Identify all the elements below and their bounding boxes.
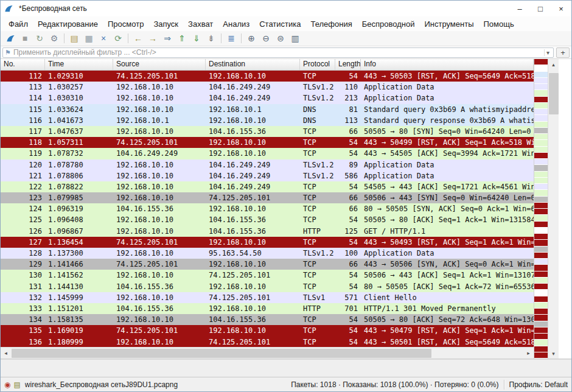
packet-cell-destination: 192.168.10.10 xyxy=(206,115,300,126)
packet-cell-info: 443 → 50503 [RST, ACK] Seq=5649 Ack=518 … xyxy=(361,71,534,82)
zoom-out-icon[interactable]: ⊖ xyxy=(259,32,273,45)
menu-item-view[interactable]: Просмотр xyxy=(103,18,148,30)
packet-row[interactable]: 1221.078822192.168.10.10104.16.249.249TC… xyxy=(1,181,534,192)
packet-row[interactable]: 1181.05731174.125.205.101192.168.10.10TC… xyxy=(1,137,534,148)
menu-item-edit[interactable]: Редактирование xyxy=(33,18,102,30)
menu-item-wireless[interactable]: Беспроводной xyxy=(358,18,419,30)
go-to-packet-icon[interactable]: ⇒ xyxy=(160,32,175,45)
go-last-icon[interactable]: ⇓ xyxy=(189,32,204,45)
packet-cell-length: 54 xyxy=(335,270,361,281)
packet-cell-protocol: TLSv1.2 xyxy=(300,82,335,93)
stop-capture-icon[interactable]: ■ xyxy=(18,32,32,45)
resize-columns-icon[interactable]: ▥ xyxy=(288,32,302,45)
minimap-stripe xyxy=(534,59,548,65)
packet-cell-protocol: TCP xyxy=(300,203,335,214)
packet-row[interactable]: 1361.180999192.168.10.1074.125.205.101TC… xyxy=(1,337,534,348)
packet-row[interactable]: 1191.078732104.16.249.249192.168.10.10TC… xyxy=(1,148,534,159)
vertical-scrollbar[interactable]: ▴ ▾ xyxy=(548,59,559,359)
packet-cell-source: 192.168.10.10 xyxy=(113,226,206,237)
packet-row[interactable]: 1151.033624192.168.10.10192.168.10.1DNS8… xyxy=(1,104,534,115)
colorize-icon[interactable]: ≣ xyxy=(224,32,239,45)
packet-list-body: 1121.02931074.125.205.101192.168.10.10TC… xyxy=(1,71,534,347)
filter-history-dropdown-icon[interactable]: ▾ xyxy=(544,49,551,56)
horizontal-scrollbar[interactable]: ◂ ▸ xyxy=(1,347,534,359)
scroll-right-icon[interactable]: ▸ xyxy=(523,348,534,359)
packet-row[interactable]: 1161.041673192.168.10.1192.168.10.10DNS1… xyxy=(1,115,534,126)
packet-row[interactable]: 1211.078806192.168.10.10104.16.249.249TL… xyxy=(1,170,534,181)
restart-capture-icon[interactable]: ↻ xyxy=(32,32,47,45)
packet-row[interactable]: 1141.030310192.168.10.10104.16.249.249TL… xyxy=(1,93,534,103)
close-button[interactable]: × xyxy=(551,1,571,16)
zoom-100-icon[interactable]: ⊜ xyxy=(273,32,288,45)
zoom-in-icon[interactable]: ⊕ xyxy=(244,32,259,45)
scroll-down-icon[interactable]: ▾ xyxy=(548,348,559,359)
main-toolbar: ■↻⚙▤▦×⟳←→⇒⇑⇓⇟≣⊕⊖⊜▥ xyxy=(1,31,571,46)
packet-row[interactable]: 1341.158135192.168.10.10104.16.155.36TCP… xyxy=(1,314,534,325)
packet-row[interactable]: 1321.145999192.168.10.1074.125.205.101TL… xyxy=(1,292,534,303)
vertical-scroll-track[interactable] xyxy=(548,69,559,348)
packet-row[interactable]: 1171.047637192.168.10.10104.16.155.36TCP… xyxy=(1,126,534,137)
minimize-button[interactable]: – xyxy=(509,1,530,16)
maximize-button[interactable]: □ xyxy=(530,1,551,16)
packet-row[interactable]: 1201.078780192.168.10.10104.16.249.249TL… xyxy=(1,159,534,170)
menu-item-telephony[interactable]: Телефония xyxy=(306,18,356,30)
scroll-up-icon[interactable]: ▴ xyxy=(548,59,559,69)
save-file-icon[interactable]: ▦ xyxy=(82,32,96,45)
capture-options-icon[interactable]: ⚙ xyxy=(47,32,61,45)
column-header-info[interactable]: Info xyxy=(361,59,534,70)
go-forward-icon[interactable]: → xyxy=(145,32,160,45)
filter-bar: ⚑ ▾ + xyxy=(1,46,571,59)
packet-row[interactable]: 1251.096408192.168.10.10104.16.155.36TCP… xyxy=(1,214,534,225)
menu-item-analyze[interactable]: Анализ xyxy=(218,18,254,30)
packet-row[interactable]: 1331.151201104.16.155.36192.168.10.10HTT… xyxy=(1,303,534,314)
packet-cell-protocol: TCP xyxy=(300,270,335,281)
packet-minimap[interactable] xyxy=(534,59,548,359)
profile-label[interactable]: Профиль: Default xyxy=(509,380,568,389)
packet-row[interactable]: 1121.02931074.125.205.101192.168.10.10TC… xyxy=(1,71,534,82)
packet-row[interactable]: 1291.14146674.125.205.101192.168.10.10TC… xyxy=(1,259,534,270)
column-header-source[interactable]: Source xyxy=(113,59,206,70)
start-capture-icon[interactable] xyxy=(3,32,18,45)
menu-item-file[interactable]: Файл xyxy=(4,18,32,30)
horizontal-scroll-track[interactable] xyxy=(11,348,523,359)
add-filter-button[interactable]: + xyxy=(556,47,570,58)
column-header-time[interactable]: Time xyxy=(45,59,113,70)
display-filter-field[interactable]: ⚑ ▾ xyxy=(2,47,554,58)
column-header-length[interactable]: Length xyxy=(335,59,361,70)
column-header-destination[interactable]: Destination xyxy=(206,59,300,70)
packet-cell-destination: 95.163.54.50 xyxy=(206,248,300,259)
menu-item-tools[interactable]: Инструменты xyxy=(420,18,478,30)
close-file-icon[interactable]: × xyxy=(96,32,111,45)
packet-row[interactable]: 1301.141562192.168.10.1074.125.205.101TC… xyxy=(1,270,534,281)
menu-item-help[interactable]: Помощь xyxy=(480,18,518,30)
display-filter-input[interactable] xyxy=(13,48,544,57)
reload-file-icon[interactable]: ⟳ xyxy=(111,32,125,45)
go-first-icon[interactable]: ⇑ xyxy=(175,32,189,45)
scroll-left-icon[interactable]: ◂ xyxy=(1,348,11,359)
bookmark-icon[interactable]: ⚑ xyxy=(5,49,11,57)
menu-item-go[interactable]: Запуск xyxy=(149,18,183,30)
expert-info-icon[interactable]: ◉ xyxy=(4,380,10,389)
column-header-protocol[interactable]: Protocol xyxy=(300,59,335,70)
packet-cell-length: 54 xyxy=(335,237,361,248)
packet-row[interactable]: 1241.096319104.16.155.36192.168.10.10TCP… xyxy=(1,203,534,214)
packet-cell-protocol: TCP xyxy=(300,71,335,82)
packet-row[interactable]: 1131.030257192.168.10.10104.16.249.249TL… xyxy=(1,82,534,93)
open-file-icon[interactable]: ▤ xyxy=(67,32,82,45)
auto-scroll-icon[interactable]: ⇟ xyxy=(204,32,218,45)
packet-row[interactable]: 1281.137300192.168.10.1095.163.54.50TLSv… xyxy=(1,248,534,259)
packet-row[interactable]: 1311.144130104.16.155.36192.168.10.10TCP… xyxy=(1,281,534,292)
packet-row[interactable]: 1351.16901974.125.205.101192.168.10.10TC… xyxy=(1,325,534,336)
menu-item-capture[interactable]: Захват xyxy=(184,18,217,30)
horizontal-scroll-thumb[interactable] xyxy=(12,349,431,358)
minimap-stripe xyxy=(534,115,548,121)
packet-cell-destination: 74.125.205.101 xyxy=(206,292,300,303)
vertical-scroll-thumb[interactable] xyxy=(549,73,559,114)
menu-item-statistics[interactable]: Статистика xyxy=(255,18,305,30)
packet-row[interactable]: 1261.096867192.168.10.10104.16.155.36HTT… xyxy=(1,226,534,237)
packet-row[interactable]: 1271.13645474.125.205.101192.168.10.10TC… xyxy=(1,237,534,248)
go-back-icon[interactable]: ← xyxy=(131,32,145,45)
column-header-no[interactable]: No. xyxy=(1,59,45,70)
packet-row[interactable]: 1231.079985192.168.10.1074.125.205.101TC… xyxy=(1,192,534,203)
capture-file-properties-icon[interactable]: ▤ xyxy=(13,380,20,389)
